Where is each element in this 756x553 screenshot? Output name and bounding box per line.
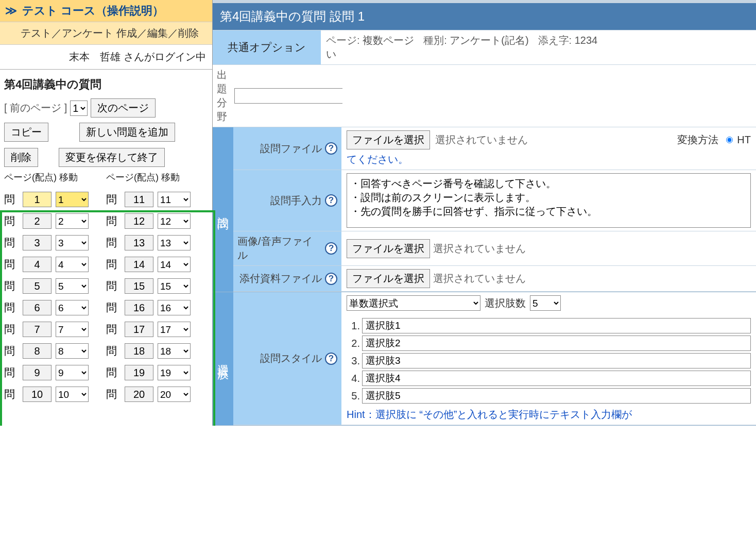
question-field-label: 出題分野 — [217, 68, 227, 124]
choice-row: 5. — [347, 387, 751, 405]
help-icon[interactable]: ? — [325, 194, 337, 207]
question-file-status: 選択されていません — [435, 133, 528, 147]
question-page-select[interactable]: 3 — [56, 235, 89, 250]
question-page-select[interactable]: 15 — [158, 278, 191, 294]
next-page-button[interactable]: 次のページ — [91, 98, 156, 118]
question-prefix: 問 — [4, 214, 19, 228]
section-label-choices: 選択肢 — [213, 292, 233, 425]
question-number-button[interactable]: 9 — [23, 365, 51, 380]
question-page-select[interactable]: 12 — [158, 213, 191, 229]
save-exit-button[interactable]: 変更を保存して終了 — [59, 148, 165, 167]
question-number-button[interactable]: 13 — [125, 235, 153, 250]
question-page-select[interactable]: 20 — [158, 387, 191, 402]
choice-row: 2. — [347, 334, 751, 352]
question-number-button[interactable]: 5 — [23, 278, 51, 294]
question-page-select[interactable]: 6 — [56, 300, 89, 315]
question-number-button[interactable]: 2 — [23, 213, 51, 229]
question-item: 問1616 — [106, 297, 208, 319]
question-prefix: 問 — [106, 344, 121, 358]
question-page-select[interactable]: 9 — [56, 365, 89, 380]
choice-input[interactable] — [362, 353, 751, 368]
page-title: 第4回講義中の質問 設問 1 — [213, 3, 756, 30]
question-page-select[interactable]: 19 — [158, 365, 191, 380]
attach-file-status: 選択されていません — [433, 272, 526, 286]
question-number-button[interactable]: 11 — [125, 192, 153, 207]
question-prefix: 問 — [4, 257, 19, 272]
question-page-select[interactable]: 11 — [158, 192, 191, 207]
choice-number: 3. — [347, 355, 360, 367]
manual-input-textarea[interactable] — [347, 173, 751, 228]
choice-input[interactable] — [362, 388, 751, 404]
question-file-choose-button[interactable]: ファイルを選択 — [347, 130, 430, 149]
question-page-select[interactable]: 4 — [56, 257, 89, 272]
question-prefix: 問 — [106, 300, 121, 315]
question-number-button[interactable]: 1 — [23, 192, 51, 207]
copy-button[interactable]: コピー — [4, 123, 48, 142]
manual-input-label: 設問手入力 — [270, 194, 322, 208]
question-item: 問33 — [4, 232, 106, 254]
question-prefix: 問 — [4, 365, 19, 380]
choice-input[interactable] — [362, 318, 751, 333]
convert-method-option[interactable]: HT — [724, 134, 751, 146]
question-item: 問1212 — [106, 210, 208, 232]
question-number-button[interactable]: 8 — [23, 343, 51, 359]
question-number-button[interactable]: 7 — [23, 322, 51, 337]
question-page-select[interactable]: 10 — [56, 387, 89, 402]
question-number-button[interactable]: 20 — [125, 387, 153, 402]
help-icon[interactable]: ? — [325, 142, 337, 155]
question-prefix: 問 — [4, 300, 19, 315]
choice-number: 1. — [347, 320, 360, 332]
choice-input[interactable] — [362, 336, 751, 351]
question-number-button[interactable]: 18 — [125, 343, 153, 359]
question-prefix: 問 — [106, 387, 121, 401]
question-page-select[interactable]: 16 — [158, 300, 191, 315]
question-page-select[interactable]: 5 — [56, 278, 89, 294]
question-page-select[interactable]: 1 — [56, 192, 89, 207]
page-select[interactable]: 1 — [70, 100, 88, 116]
delete-button[interactable]: 削除 — [4, 148, 38, 167]
question-page-select[interactable]: 13 — [158, 235, 191, 250]
choice-row: 3. — [347, 352, 751, 370]
question-number-button[interactable]: 12 — [125, 213, 153, 229]
question-item: 問22 — [4, 210, 106, 232]
attach-file-choose-button[interactable]: ファイルを選択 — [347, 269, 430, 288]
question-item: 問44 — [4, 254, 106, 275]
question-item: 問2020 — [106, 383, 208, 405]
question-page-select[interactable]: 2 — [56, 213, 89, 229]
question-page-select[interactable]: 14 — [158, 257, 191, 272]
question-style-select[interactable]: 単数選択式 — [347, 295, 480, 311]
help-icon[interactable]: ? — [325, 273, 337, 285]
question-prefix: 問 — [106, 365, 121, 380]
help-icon[interactable]: ? — [325, 242, 337, 255]
media-file-status: 選択されていません — [433, 242, 526, 256]
question-item: 問77 — [4, 319, 106, 340]
add-question-button[interactable]: 新しい問題を追加 — [79, 123, 175, 142]
choice-input[interactable] — [362, 371, 751, 386]
question-number-button[interactable]: 3 — [23, 235, 51, 250]
file-row-link-tail[interactable]: てください。 — [347, 153, 408, 166]
question-page-select[interactable]: 8 — [56, 343, 89, 359]
question-number-button[interactable]: 14 — [125, 257, 153, 272]
question-file-label: 設問ファイル — [260, 142, 322, 156]
course-title[interactable]: ≫ テスト コース（操作説明） — [0, 0, 212, 22]
question-item: 問1111 — [106, 189, 208, 210]
choice-count-select[interactable]: 5 — [530, 295, 561, 311]
question-page-select[interactable]: 7 — [56, 322, 89, 337]
question-page-select[interactable]: 18 — [158, 343, 191, 359]
question-prefix: 問 — [4, 192, 19, 207]
question-number-button[interactable]: 19 — [125, 365, 153, 380]
breadcrumb[interactable]: テスト／アンケート 作成／編集／削除 — [0, 22, 212, 45]
question-number-button[interactable]: 16 — [125, 300, 153, 315]
question-item: 問11 — [4, 189, 106, 210]
question-number-button[interactable]: 10 — [23, 387, 51, 402]
common-options-values: ページ: 複数ページ 種別: アンケート(記名) 添え字: 1234 い — [321, 30, 756, 64]
question-number-button[interactable]: 6 — [23, 300, 51, 315]
help-icon[interactable]: ? — [325, 353, 337, 365]
question-page-select[interactable]: 17 — [158, 322, 191, 337]
media-file-choose-button[interactable]: ファイルを選択 — [347, 239, 430, 258]
question-number-button[interactable]: 4 — [23, 257, 51, 272]
choice-count-label: 選択肢数 — [485, 296, 526, 310]
question-number-button[interactable]: 15 — [125, 278, 153, 294]
question-number-button[interactable]: 17 — [125, 322, 153, 337]
question-prefix: 問 — [4, 387, 19, 401]
